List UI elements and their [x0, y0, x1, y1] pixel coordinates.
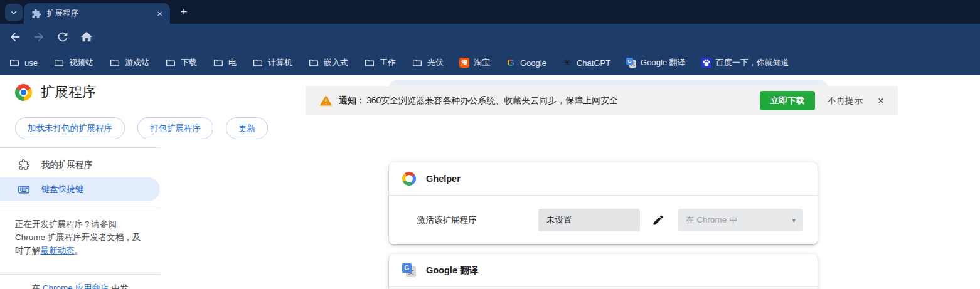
bookmark-folder-video[interactable]: 视频站 [53, 57, 93, 68]
bookmark-folder-solar[interactable]: 光伏 [412, 57, 444, 68]
tab-close-icon[interactable]: × [157, 9, 162, 18]
bookmarks-bar: use 视频站 游戏站 下载 电 计算机 嵌入式 工作 光伏 淘宝 Google… [0, 50, 980, 75]
home-icon[interactable] [80, 30, 93, 44]
browser-tab-extensions[interactable]: 扩展程序 × [24, 3, 170, 24]
folder-icon [109, 57, 120, 68]
keyboard-icon [18, 183, 30, 196]
folder-icon [165, 57, 176, 68]
sidebar-item-label: 我的扩展程序 [41, 159, 92, 171]
bookmark-folder-games[interactable]: 游戏站 [109, 57, 149, 68]
shortcut-row: 激活该扩展程序 未设置 在 Chrome 中 ▾ [389, 196, 818, 244]
bookmark-folder-computer[interactable]: 计算机 [252, 57, 292, 68]
bookmark-label: 视频站 [69, 57, 93, 68]
bookmark-folder-downloads[interactable]: 下载 [165, 57, 197, 68]
tab-search-button[interactable] [5, 4, 23, 21]
page-title: 扩展程序 [41, 83, 96, 101]
notification-message: 360安全浏览器兼容各种办公系统、收藏夹云同步，保障上网安全 [366, 95, 618, 107]
bookmark-label: 嵌入式 [324, 57, 348, 68]
bookmark-folder-embedded[interactable]: 嵌入式 [308, 57, 348, 68]
notification-banner: 通知： 360安全浏览器兼容各种办公系统、收藏夹云同步，保障上网安全 立即下载 … [306, 86, 898, 115]
bookmark-label: Google [520, 58, 546, 68]
chrome-web-store-link[interactable]: Chrome 应用商店 [43, 283, 109, 289]
folder-icon [213, 57, 224, 68]
bookmark-label: 计算机 [268, 57, 292, 68]
dev-note-text-after: 。 [75, 246, 83, 255]
back-icon[interactable] [8, 30, 22, 44]
bookmark-google-translate[interactable]: Google 翻译 [626, 57, 686, 68]
bookmark-google[interactable]: Google [506, 58, 546, 68]
card-header: Google 翻译 [389, 254, 818, 287]
card-header: Ghelper [389, 162, 818, 196]
bookmark-label: 淘宝 [474, 57, 490, 68]
warning-icon [319, 94, 333, 107]
bookmark-label: 游戏站 [125, 57, 149, 68]
web-store-note: 在 Chrome 应用商店 中发 [0, 275, 160, 289]
bookmark-taobao[interactable]: 淘宝 [459, 57, 490, 68]
tab-title: 扩展程序 [47, 8, 157, 19]
update-button[interactable]: 更新 [226, 117, 268, 139]
dont-remind-button[interactable]: 不再提示 [828, 95, 863, 107]
bookmark-label: 电 [228, 57, 237, 68]
chatgpt-icon [562, 58, 572, 68]
download-now-button[interactable]: 立即下载 [760, 91, 815, 111]
whats-new-link[interactable]: 最新动态 [41, 246, 75, 255]
sidebar: 我的扩展程序 键盘快捷键 正在开发扩展程序？请参阅 Chrome 扩展程序开发者… [0, 147, 160, 289]
extensions-page: 扩展程序 通知： 360安全浏览器兼容各种办公系统、收藏夹云同步，保障上网安全 … [0, 75, 980, 289]
pack-extension-button[interactable]: 打包扩展程序 [137, 117, 213, 139]
folder-icon [308, 57, 319, 68]
developer-actions: 加载未打包的扩展程序 打包扩展程序 更新 [15, 117, 268, 139]
shortcut-scope-dropdown[interactable]: 在 Chrome 中 ▾ [678, 209, 803, 231]
shortcut-key-input[interactable]: 未设置 [538, 209, 640, 231]
dropdown-caret-icon: ▾ [792, 209, 796, 231]
load-unpacked-button[interactable]: 加载未打包的扩展程序 [15, 117, 125, 139]
developer-note: 正在开发扩展程序？请参阅 Chrome 扩展程序开发者文档，及时了解最新动态。 [0, 208, 161, 257]
bookmark-label: 下载 [181, 57, 197, 68]
bookmark-label: 百度一下，你就知道 [716, 57, 789, 68]
forward-icon[interactable] [32, 30, 46, 44]
folder-icon [412, 57, 423, 68]
sidebar-divider [0, 147, 160, 148]
bookmark-folder-work[interactable]: 工作 [364, 57, 396, 68]
scope-value: 在 Chrome 中 [686, 215, 738, 224]
shortcut-cards: Ghelper 激活该扩展程序 未设置 在 Chrome 中 ▾ Google … [389, 162, 818, 289]
folder-icon [252, 57, 264, 68]
sidebar-item-label: 键盘快捷键 [41, 184, 84, 195]
sidebar-item-my-extensions[interactable]: 我的扩展程序 [0, 152, 160, 177]
google-g-icon [506, 58, 516, 68]
bookmark-label: 工作 [380, 57, 396, 68]
folder-icon [53, 57, 65, 68]
refresh-icon[interactable] [56, 30, 70, 44]
bookmark-label: 光伏 [427, 57, 444, 68]
notification-close-icon[interactable]: × [878, 95, 884, 106]
extension-name: Google 翻译 [426, 265, 478, 276]
bookmark-label: Google 翻译 [641, 57, 686, 68]
bookmark-label: use [24, 58, 38, 68]
browser-window: 扩展程序 × + Chrome chrome://extensions/shor… [0, 0, 980, 289]
tab-strip: 扩展程序 × + [0, 0, 980, 24]
folder-icon [364, 57, 375, 68]
puzzle-icon [18, 159, 30, 171]
extension-card-ghelper: Ghelper 激活该扩展程序 未设置 在 Chrome 中 ▾ [389, 162, 818, 244]
google-translate-icon [402, 263, 416, 277]
extension-card-google-translate: Google 翻译 [389, 254, 818, 289]
taobao-icon [459, 58, 469, 68]
folder-icon [9, 57, 20, 68]
store-note-text: 在 [32, 283, 43, 289]
chrome-logo [15, 84, 32, 101]
bookmark-baidu[interactable]: 百度一下，你就知道 [701, 57, 789, 68]
store-note-text-after: 中发 [109, 283, 129, 289]
bookmark-chatgpt[interactable]: ChatGPT [562, 58, 610, 68]
puzzle-favicon-icon [31, 9, 41, 19]
new-tab-button[interactable]: + [177, 5, 191, 19]
chevron-down-icon [9, 8, 19, 18]
edit-pencil-icon[interactable] [652, 214, 664, 226]
sidebar-item-keyboard-shortcuts[interactable]: 键盘快捷键 [0, 177, 160, 201]
notification-prefix: 通知： [339, 95, 365, 107]
bookmark-folder-use[interactable]: use [9, 57, 38, 68]
bookmark-folder-electric[interactable]: 电 [213, 57, 237, 68]
extension-name: Ghelper [426, 174, 461, 184]
shortcut-label: 激活该扩展程序 [417, 214, 477, 226]
bookmark-label: ChatGPT [577, 58, 610, 68]
google-translate-icon [626, 58, 636, 68]
ghelper-icon [402, 172, 416, 186]
